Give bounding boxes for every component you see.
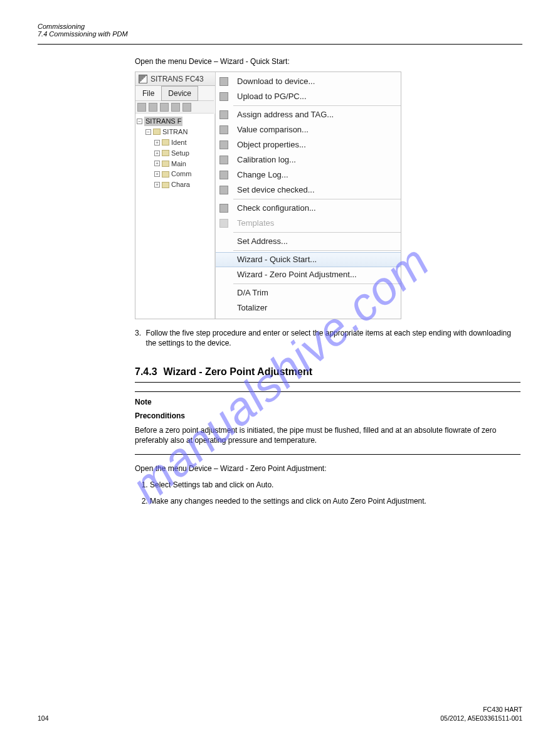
pdm-screenshot: SITRANS FC43 File Device − SITRANS F − S… xyxy=(135,72,401,319)
header-rule xyxy=(38,44,522,45)
menubar: File Device xyxy=(135,86,214,101)
menu-item-set-address[interactable]: Set Address... xyxy=(216,234,401,249)
menu-separator xyxy=(233,199,401,199)
menu-item-label: Calibration log... xyxy=(237,154,296,166)
note-box: Note Preconditions Before a zero point a… xyxy=(135,391,520,455)
menu-item-label: Wizard - Zero Point Adjustment... xyxy=(237,269,357,280)
menu-item-assign-address[interactable]: Assign address and TAG... xyxy=(216,107,401,122)
download-icon[interactable] xyxy=(160,103,169,112)
tree-item-label: Chara xyxy=(171,180,190,189)
expand-icon[interactable]: + xyxy=(154,161,160,166)
menu-separator xyxy=(233,283,401,284)
note-body: Before a zero point adjustment is initia… xyxy=(135,425,520,445)
page-footer: FC430 HART 104 05/2012, A5E03361511-001 xyxy=(38,706,522,722)
menu-separator xyxy=(233,232,401,233)
section-steps: Select Settings tab and click on Auto. M… xyxy=(150,480,520,506)
templates-icon xyxy=(219,219,228,228)
menu-separator xyxy=(233,105,401,106)
menu-item-set-device-checked[interactable]: Set device checked... xyxy=(216,183,401,198)
intro-text: Open the menu Device – Wizard - Quick St… xyxy=(135,56,520,66)
menu-item-totalizer[interactable]: Totalizer xyxy=(216,300,401,315)
log-icon xyxy=(219,171,228,179)
toolbar xyxy=(135,101,214,114)
folder-icon xyxy=(162,150,169,156)
device-dropdown-menu: Download to device... Upload to PG/PC...… xyxy=(215,72,401,319)
balance-icon xyxy=(219,125,228,134)
tree-item[interactable]: +Chara xyxy=(137,179,214,190)
tool-icon[interactable] xyxy=(182,103,191,112)
section-rule xyxy=(135,382,520,383)
menu-item-wizard-zero-point[interactable]: Wizard - Zero Point Adjustment... xyxy=(216,267,401,282)
print-icon[interactable] xyxy=(149,103,157,112)
tree-item-label: Setup xyxy=(171,149,189,158)
menu-item-object-properties[interactable]: Object properties... xyxy=(216,137,401,152)
check-icon xyxy=(219,186,228,194)
header-left-title: Commissioning xyxy=(38,23,128,30)
app-icon xyxy=(139,75,147,83)
menu-item-label: Download to device... xyxy=(237,76,315,87)
menu-item-wizard-quick-start[interactable]: Wizard - Quick Start... xyxy=(216,252,401,267)
tree-item[interactable]: +Main xyxy=(137,159,214,169)
footer-right-sub: 05/2012, A5E03361511-001 xyxy=(440,714,522,722)
footer-right-title: FC430 HART xyxy=(483,706,522,713)
config-icon xyxy=(219,204,228,213)
expand-icon[interactable]: + xyxy=(154,140,160,146)
properties-icon xyxy=(219,140,228,149)
menu-item-value-comparison[interactable]: Value comparison... xyxy=(216,122,401,137)
menu-separator xyxy=(233,250,401,251)
page-header: Commissioning 7.4 Commissioning with PDM xyxy=(38,23,522,38)
expand-icon[interactable]: + xyxy=(154,171,160,177)
tree-root-label: SITRANS F xyxy=(144,117,182,126)
collapse-icon[interactable]: − xyxy=(145,129,151,135)
upload-icon[interactable] xyxy=(171,103,180,112)
section-7-4-3: 7.4.3 Wizard - Zero Point Adjustment Not… xyxy=(135,365,520,507)
menu-item-label: Totalizer xyxy=(237,302,267,314)
menu-item-check-configuration[interactable]: Check configuration... xyxy=(216,201,401,216)
menu-item-label: Value comparison... xyxy=(237,124,309,135)
tree-item[interactable]: +Ident xyxy=(137,137,214,148)
step-text: Follow the five step procedure and enter… xyxy=(146,328,520,348)
tree-item-label: Comm xyxy=(171,169,191,179)
nav-tree: − SITRANS F − SITRAN +Ident +Setup +Main… xyxy=(135,114,215,319)
folder-icon xyxy=(162,182,169,188)
menu-item-change-log[interactable]: Change Log... xyxy=(216,167,401,183)
step-item: Make any changes needed to the settings … xyxy=(150,496,520,506)
section-title: Wizard - Zero Point Adjustment xyxy=(164,365,312,379)
menu-item-upload-to-pgpc[interactable]: Upload to PG/PC... xyxy=(216,89,401,104)
menu-item-label: Check configuration... xyxy=(237,203,316,214)
step-3: 3. Follow the five step procedure and en… xyxy=(135,328,520,348)
menu-item-label: Set Address... xyxy=(237,236,288,247)
section-para: Open the menu Device – Wizard - Zero Poi… xyxy=(135,464,520,474)
tree-item[interactable]: +Setup xyxy=(137,148,214,159)
page-number: 104 xyxy=(38,714,49,722)
folder-icon xyxy=(162,139,169,146)
tree-root[interactable]: − SITRANS F xyxy=(137,116,214,127)
log-icon xyxy=(219,156,228,164)
tree-item-label: Main xyxy=(171,159,186,169)
folder-icon xyxy=(162,171,169,177)
menu-item-calibration-log[interactable]: Calibration log... xyxy=(216,152,401,167)
menu-device[interactable]: Device xyxy=(161,86,198,101)
save-icon[interactable] xyxy=(137,103,146,112)
section-number: 7.4.3 xyxy=(135,365,157,379)
step-item: Select Settings tab and click on Auto. xyxy=(150,480,520,490)
tree-child[interactable]: − SITRAN xyxy=(137,127,214,137)
menu-item-label: D/A Trim xyxy=(237,287,268,299)
header-left: Commissioning 7.4 Commissioning with PDM xyxy=(38,23,128,38)
tree-item-label: Ident xyxy=(171,138,186,147)
expand-icon[interactable]: + xyxy=(154,151,160,156)
tree-child-label: SITRAN xyxy=(162,127,188,137)
header-left-sub: 7.4 Commissioning with PDM xyxy=(38,30,128,38)
menu-item-da-trim[interactable]: D/A Trim xyxy=(216,285,401,300)
menu-item-label: Upload to PG/PC... xyxy=(237,91,307,102)
upload-icon xyxy=(219,92,228,101)
window-title-text: SITRANS FC43 xyxy=(151,74,204,84)
expand-icon[interactable]: + xyxy=(154,182,160,188)
folder-icon xyxy=(162,161,169,167)
menu-file[interactable]: File xyxy=(135,86,161,101)
tag-icon xyxy=(219,110,228,119)
collapse-icon[interactable]: − xyxy=(137,119,142,124)
menu-item-label: Assign address and TAG... xyxy=(237,109,334,120)
menu-item-download-to-device[interactable]: Download to device... xyxy=(216,74,401,89)
tree-item[interactable]: +Comm xyxy=(137,169,214,179)
